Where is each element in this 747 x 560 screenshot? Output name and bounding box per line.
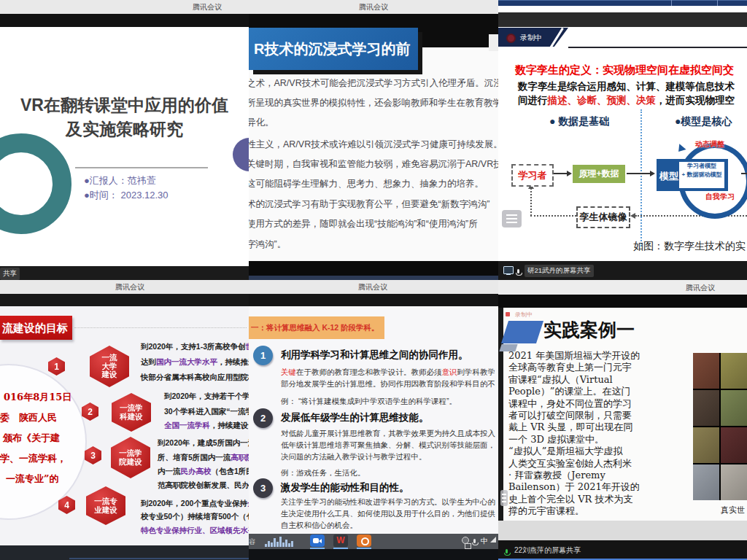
presenter-line: ●汇报人：范祎萱 — [84, 174, 156, 187]
webcam-tile — [721, 427, 747, 463]
item-heading-2: 发展低年级学生的计算思维技能。 — [281, 411, 429, 424]
meeting-toolbar-strip — [498, 12, 747, 27]
body-line: 一个 3D 虚拟课堂中。 — [508, 434, 691, 446]
goal-line: 到2020年，建成5所国内一流 — [158, 438, 249, 448]
meeting-window-top-left: 腾讯会议 VR在翻转课堂中应用的价值 及实施策略研究 ●汇报人：范祎萱 ●时间：… — [0, 0, 249, 280]
body-line: 术的沉浸式学习有助于实现教育公平，但要避免“新数字鸿沟” — [249, 198, 489, 211]
item-body: 生决定使用什么工具、如何使用以及用于什么目的，为他们提供 — [281, 509, 495, 519]
item-body: 部分地发展学生的计算思维。协同作用因教育阶段和学科目的不 — [281, 379, 495, 389]
waveform-icon[interactable] — [265, 536, 303, 547]
app-title: 腾讯会议 — [686, 283, 715, 293]
webcam-tile — [693, 390, 719, 426]
goal-line: 校专业50个）持续培育500个（包 — [141, 512, 249, 522]
side-line: 学、一流学科， — [0, 452, 66, 465]
t-em: 全国一流学科 — [164, 421, 210, 429]
window-titlebar[interactable]: 腾讯会议 — [0, 0, 249, 14]
screen: 腾讯会议 VR在翻转课堂中应用的价值 及实施策略研究 ●汇报人：范祎萱 ●时间：… — [0, 0, 747, 560]
popup-window-icon[interactable] — [465, 543, 471, 549]
recording-dot-icon — [506, 312, 510, 316]
recording-label: 录制中 — [520, 33, 542, 43]
meeting-toolbar-strip — [0, 14, 249, 27]
slide-title: 实践案例一 — [543, 318, 635, 342]
date-line: ●时间： 2023.12.30 — [84, 189, 169, 202]
goal-line: 所、培育5所国内一流高职院 — [158, 453, 249, 463]
t: 达到 — [141, 357, 156, 366]
windows-taskbar[interactable]: 容 W 中 — [249, 534, 498, 549]
webcam-caption: 真实世 — [721, 505, 745, 516]
slide-title-line1: VR在翻转课堂中应用的价值 — [0, 94, 249, 117]
t-em: 关键 — [281, 368, 296, 376]
item-heading-3: 激发学生的能动性和目的性。 — [281, 481, 409, 494]
taskbar-glow — [69, 558, 249, 559]
ime-indicator[interactable]: 中 — [481, 536, 488, 546]
side-line: 颁布《关于建 — [3, 432, 60, 445]
arrow-line — [741, 173, 747, 174]
body-line: 人类交互实验室创始人杰利米 — [508, 458, 691, 470]
body-line: · 拜雷森教授（Jeremy — [508, 470, 691, 481]
window-titlebar[interactable]: 腾讯会议 — [249, 0, 498, 14]
meeting-window-top-right: 录制中 数字孪生的定义：实现物理空间在虚拟空间交 数字孪生是综合运用感知、计算、… — [498, 0, 747, 280]
menu-handle-button[interactable] — [502, 210, 522, 228]
item-example: 例： “将计算建模集成到中学双语学生的科学课程”。 — [281, 397, 457, 407]
item-heading-1: 利用学科学习和计算思维之间的协同作用。 — [281, 349, 468, 362]
t: ，持续建设一 — [210, 421, 249, 429]
share-status-bar: 共享 — [0, 266, 249, 280]
goal-line: 快部分省属本科高校向应用型院校转 — [141, 373, 249, 383]
app-title: 腾讯会议 — [358, 282, 387, 292]
item-number-2: 2 — [253, 408, 273, 428]
body-line: Bailenson）于 2021年开设的 — [508, 481, 691, 493]
divider-line — [75, 167, 208, 168]
orange-app-taskbar-icon[interactable] — [357, 534, 371, 547]
t: 到2020年，200个重点专业保持 — [141, 499, 247, 508]
slide-title-line2: 及实施策略研究 — [0, 118, 249, 141]
window-titlebar[interactable]: 腾讯会议 — [498, 280, 747, 295]
mic-icon — [516, 269, 521, 276]
body-line: 者可以打破空间限制，只需要 — [508, 410, 691, 421]
slide-title: R技术的沉浸式学习的前 — [254, 39, 410, 59]
mic-icon-active — [504, 549, 509, 556]
menu-icon — [502, 501, 506, 502]
inner-model-1: 学习者模型 — [687, 163, 716, 169]
t-em: 意识 — [442, 368, 457, 376]
tray-mic-icon[interactable] — [472, 539, 477, 546]
menu-handle-button[interactable] — [500, 490, 508, 506]
wps-taskbar-icon[interactable]: W — [333, 534, 348, 547]
dotted-return-vertical — [530, 188, 532, 216]
white-gap — [498, 6, 747, 12]
meeting-app-taskbar-icon[interactable] — [310, 534, 325, 547]
purple-circle-decoration — [233, 138, 249, 171]
side-line: 一流专业”的 — [6, 472, 58, 486]
header-corner-block — [489, 34, 498, 51]
webcam-tile — [721, 464, 747, 500]
meeting-window-bottom-middle: 腾讯会议 一：将计算思维融入 K-12 阶段学科。 1 利用学科学习和计算思维之… — [249, 280, 498, 560]
meeting-toolbar-strip — [498, 295, 747, 308]
bottom-black-strip — [249, 549, 498, 560]
goal-line: 到2020年，支持若干个学科 — [164, 392, 249, 402]
header-underline — [568, 47, 747, 48]
menu-icon — [502, 497, 506, 499]
model-inner-box: 学习者模型+ 数据驱动模型 — [679, 162, 724, 188]
body-line: 性主义，AR/VR技术或许难以引领沉浸式学习健康可持续发展。 — [249, 139, 498, 151]
screen-share-icon-stand — [506, 273, 511, 275]
body-line: 史上首个完全以 VR 技术为支 — [508, 494, 691, 505]
meeting-window-bottom-left: 腾讯会议 流建设的目标 016年8月15日 委 陕西人民 颁布《关于建 学、一流… — [0, 280, 249, 560]
item-body: 低年级计算思维培养可聚焦抽象、分解、模式识别等技能层面， — [281, 440, 495, 451]
principle-data-node: 原理+数据 — [573, 165, 625, 183]
navy-strip-mark — [717, 0, 718, 6]
body-line: 关键时期，自我审视和监管能力较弱，难免容易沉溺于AR/VR技 — [249, 158, 498, 171]
window-titlebar[interactable]: 腾讯会议 — [249, 280, 498, 294]
body-line: 异化。 — [249, 117, 274, 129]
item-number-3: 3 — [253, 478, 273, 498]
text-segment: ，进而实现物理空 — [656, 95, 735, 106]
app-title: 腾讯会议 — [359, 2, 388, 12]
slide-title: 数字孪生的定义：实现物理空间在虚拟空间交 — [515, 63, 734, 77]
meeting-window-bottom-right: 腾讯会议 录制中 实践案例一 2021 年美国斯坦福大学开设的 全球高等教育史上… — [498, 280, 747, 560]
taskbar-left-label: 容 — [249, 537, 255, 547]
t-em: 民办高校 — [181, 467, 212, 475]
goal-line: 达到国内一流大学水平，持续推进省 — [141, 357, 249, 368]
side-line: 016年8月15日 — [4, 391, 71, 404]
teal-donut-decoration — [0, 133, 71, 234]
webcam-grid — [693, 353, 747, 500]
meeting-window-top-middle: 腾讯会议 R技术的沉浸式学习的前 之术，AR/VR技术可能会把沉浸式学习方式引入… — [249, 0, 498, 280]
network-icon[interactable] — [490, 537, 496, 542]
